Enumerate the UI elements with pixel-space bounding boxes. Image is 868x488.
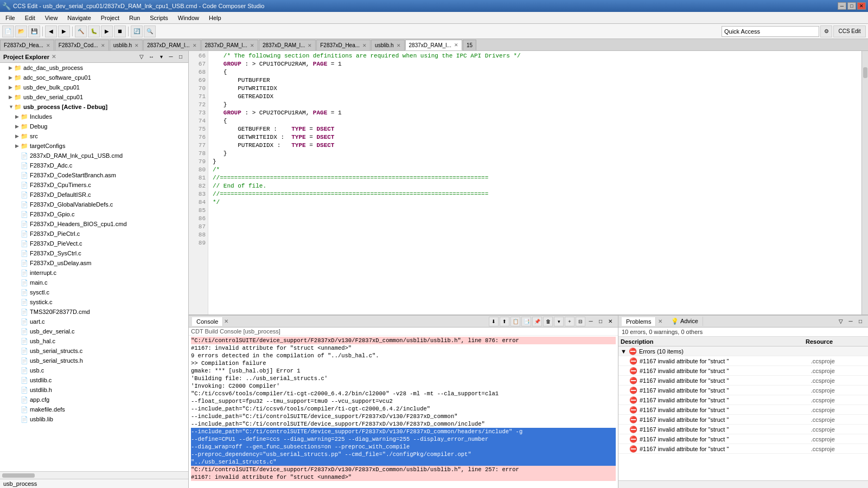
tree-item[interactable]: ▶📁usb_dev_serial_cpu01 xyxy=(0,92,188,102)
toolbar-new[interactable]: 📄 xyxy=(2,25,14,37)
menu-file[interactable]: File xyxy=(1,14,20,22)
console-clear[interactable]: 🗑 xyxy=(543,317,553,326)
problems-filter[interactable]: ▽ xyxy=(837,318,845,325)
tree-item[interactable]: 📄2837xD_RAM_lnk_cpu1_USB.cmd xyxy=(0,151,188,160)
collapse-all-btn[interactable]: ▽ xyxy=(137,53,146,61)
tab-close-5[interactable]: ✕ xyxy=(308,43,312,48)
problems-minimize[interactable]: ─ xyxy=(846,318,855,325)
tree-item[interactable]: ▶📁adc_dac_usb_process xyxy=(0,63,188,73)
tree-item[interactable]: 📄systick.c xyxy=(0,297,188,307)
tree-item[interactable]: ▶📁usb_dev_bulk_cpu01 xyxy=(0,82,188,92)
tree-item[interactable]: ▶📁Includes xyxy=(0,112,188,121)
problem-row[interactable]: ⛔#1167 invalid attribute for "struct ".c… xyxy=(618,405,868,415)
editor-tab-4[interactable]: 2837xD_RAM_l... ✕ xyxy=(201,40,258,50)
maximize-button[interactable]: □ xyxy=(847,2,856,10)
console-close[interactable]: ✕ xyxy=(606,318,615,325)
minimize-button[interactable]: ─ xyxy=(838,2,846,10)
toolbar-stop[interactable]: ⏹ xyxy=(114,25,126,37)
problems-scrollbar[interactable] xyxy=(618,480,868,488)
code-content[interactable]: /* The following section definitions are… xyxy=(208,51,861,314)
problem-row[interactable]: ⛔#1167 invalid attribute for "struct ".c… xyxy=(618,434,868,444)
tree-item[interactable]: 📄F2837xD_Headers_BIOS_cpu1.cmd xyxy=(0,219,188,229)
tab-close-3[interactable]: ✕ xyxy=(193,43,197,48)
tree-item[interactable]: 📄uart.c xyxy=(0,317,188,326)
editor-tab-6[interactable]: F2837xD_Hea... ✕ xyxy=(316,40,371,50)
tree-item[interactable]: ▶📁Debug xyxy=(0,121,188,131)
editor-tab-nav[interactable]: 15 xyxy=(463,40,476,50)
problems-group-header[interactable]: ▼⛔Errors (10 items) xyxy=(618,346,868,356)
console-menu[interactable]: ▾ xyxy=(554,317,564,326)
tree-item[interactable]: 📄F2837xD_Adc.c xyxy=(0,160,188,170)
console-copy[interactable]: 📑 xyxy=(521,317,531,326)
tab-close-8[interactable]: ✕ xyxy=(454,42,458,48)
maximize-panel-btn[interactable]: □ xyxy=(176,53,185,61)
ccs-edit-btn[interactable]: CCS Edit xyxy=(833,25,866,37)
tab-problems[interactable]: Problems xyxy=(622,317,656,326)
tree-item[interactable]: 📄usb_dev_serial.c xyxy=(0,326,188,336)
editor-tab-5[interactable]: 2837xD_RAM_l... ✕ xyxy=(259,40,316,50)
problem-row[interactable]: ⛔#1167 invalid attribute for "struct ".c… xyxy=(618,395,868,405)
tree-item[interactable]: ▶📁targetConfigs xyxy=(0,141,188,151)
tab-close-7[interactable]: ✕ xyxy=(397,43,401,48)
editor-tab-8[interactable]: 2837xD_RAM_l... ✕ xyxy=(405,40,462,50)
link-editor-btn[interactable]: ↔ xyxy=(147,53,156,61)
tree-item[interactable]: 📄usb_serial_structs.h xyxy=(0,356,188,365)
console-new[interactable]: + xyxy=(565,317,575,326)
close-button[interactable]: ✕ xyxy=(857,2,866,10)
toolbar-save[interactable]: 💾 xyxy=(28,25,40,37)
tree-item[interactable]: ▼📁usb_process [Active - Debug] xyxy=(0,102,188,112)
toolbar-debug[interactable]: 🐛 xyxy=(88,25,100,37)
menu-run[interactable]: Run xyxy=(125,14,144,22)
tree-item[interactable]: 📄sysctl.c xyxy=(0,287,188,297)
console-scroll-lock[interactable]: ⬇ xyxy=(489,317,499,326)
console-minimize[interactable]: ─ xyxy=(586,318,595,325)
editor-tab-2[interactable]: usblib.h ✕ xyxy=(110,40,143,50)
toolbar-search[interactable]: 🔍 xyxy=(144,25,156,37)
tree-item[interactable]: 📄usblib.lib xyxy=(0,414,188,424)
toolbar-prefs[interactable]: ⚙ xyxy=(820,25,832,37)
toolbar-open[interactable]: 📂 xyxy=(15,25,27,37)
tree-item[interactable]: 📄F2837xD_CpuTimers.c xyxy=(0,180,188,190)
tree-item[interactable]: 📄F2837xD_DefaultISR.c xyxy=(0,190,188,200)
problems-maximize[interactable]: □ xyxy=(856,318,865,325)
console-pin[interactable]: 📌 xyxy=(532,317,542,326)
editor-tab-0[interactable]: F2837xD_Hea... ✕ xyxy=(0,40,54,50)
tree-scrollbar[interactable] xyxy=(0,471,188,479)
tree-item[interactable]: ▶📁adc_soc_software_cpu01 xyxy=(0,73,188,82)
tree-item[interactable]: 📄usb_hal.c xyxy=(0,336,188,346)
console-body[interactable]: "C:/ti/controlSUITE/device_support/F2837… xyxy=(189,336,618,488)
editor-tab-3[interactable]: 2837xD_RAM_l... ✕ xyxy=(143,40,200,50)
console-screenshot[interactable]: 📋 xyxy=(510,317,520,326)
tree-item[interactable]: 📄F2837xD_PieVect.c xyxy=(0,239,188,248)
tree-item[interactable]: 📄F2837xD_SysCtrl.c xyxy=(0,248,188,258)
tree-item[interactable]: 📄TMS320F28377D.cmd xyxy=(0,307,188,317)
tab-advice[interactable]: 💡 Advice xyxy=(667,317,703,326)
tree-item[interactable]: 📄app.cfg xyxy=(0,395,188,404)
menu-window[interactable]: Window xyxy=(174,14,203,22)
problem-row[interactable]: ⛔#1167 invalid attribute for "struct ".c… xyxy=(618,356,868,366)
console-layout[interactable]: ⊟ xyxy=(576,317,585,326)
toolbar-build[interactable]: 🔨 xyxy=(75,25,87,37)
menu-edit[interactable]: Edit xyxy=(21,14,40,22)
problem-row[interactable]: ⛔#1167 invalid attribute for "struct ".c… xyxy=(618,425,868,434)
menu-scripts[interactable]: Scripts xyxy=(145,14,173,22)
tab-close-0[interactable]: ✕ xyxy=(46,43,50,48)
minimize-panel-btn[interactable]: ─ xyxy=(167,53,175,61)
tree-item[interactable]: 📄F2837xD_usDelay.asm xyxy=(0,258,188,268)
problem-row[interactable]: ⛔#1167 invalid attribute for "struct ".c… xyxy=(618,444,868,454)
tree-item[interactable]: 📄F2837xD_CodeStartBranch.asm xyxy=(0,170,188,180)
editor-scrollbar[interactable] xyxy=(861,51,868,314)
editor-tab-1[interactable]: F2837xD_Cod... ✕ xyxy=(55,40,109,50)
tree-item[interactable]: 📄F2837xD_GlobalVariableDefs.c xyxy=(0,200,188,209)
menu-navigate[interactable]: Navigate xyxy=(63,14,95,22)
console-maximize[interactable]: □ xyxy=(596,318,605,325)
tree-item[interactable]: 📄F2837xD_Gpio.c xyxy=(0,209,188,219)
problem-row[interactable]: ⛔#1167 invalid attribute for "struct ".c… xyxy=(618,415,868,425)
menu-help[interactable]: Help xyxy=(205,14,226,22)
toolbar-forward[interactable]: ▶ xyxy=(58,25,70,37)
problem-row[interactable]: ⛔#1167 invalid attribute for "struct ".c… xyxy=(618,386,868,395)
quick-access-box[interactable]: Quick Access xyxy=(722,26,819,37)
tree-item[interactable]: 📄makefile.defs xyxy=(0,404,188,414)
menu-project[interactable]: Project xyxy=(97,14,124,22)
menu-view[interactable]: View xyxy=(41,14,62,22)
